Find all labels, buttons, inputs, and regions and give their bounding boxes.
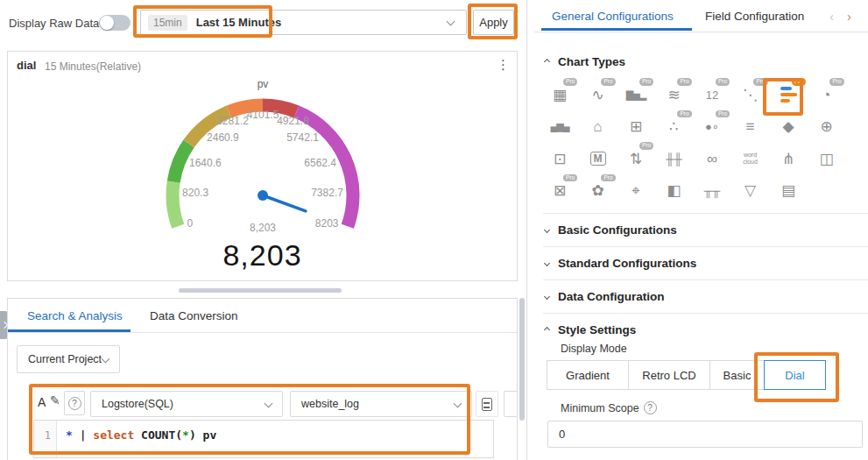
histogram-range-icon[interactable]: ╥╥ bbox=[697, 177, 727, 205]
bubble-chart-icon[interactable]: ●∘Pro bbox=[697, 113, 727, 141]
tab-search-analysis[interactable]: Search & Analysis bbox=[27, 309, 123, 322]
tab-scroll-left-icon[interactable]: ‹ bbox=[829, 9, 834, 24]
chevron-down-icon bbox=[265, 400, 273, 408]
icon-glyph: ▄▆▄ bbox=[550, 122, 568, 131]
svg-text:4921.8: 4921.8 bbox=[277, 115, 309, 127]
help-button[interactable]: ? bbox=[64, 391, 85, 415]
tab-divider bbox=[8, 332, 518, 333]
bar-chart-icon[interactable]: ▇▅▂Pro bbox=[621, 81, 651, 109]
word-cloud-icon[interactable]: word cloud bbox=[736, 145, 766, 173]
tab-data-conversion[interactable]: Data Conversion bbox=[150, 309, 238, 322]
help-icon[interactable]: ? bbox=[644, 401, 657, 414]
flow-diagram-icon[interactable]: ⋔ bbox=[773, 145, 803, 173]
world-map-icon[interactable]: ⊕ bbox=[812, 113, 842, 141]
scrollbar-thumb[interactable] bbox=[519, 298, 525, 421]
radar-chart-icon[interactable]: ⌂ bbox=[583, 113, 613, 141]
section-divider bbox=[543, 280, 868, 280]
mode-gradient-button[interactable]: Gradient bbox=[547, 360, 629, 390]
list-bars-icon[interactable]: ≡ bbox=[736, 113, 766, 141]
section-chart-types[interactable]: Chart Types bbox=[545, 55, 625, 68]
icon-glyph: ◔ bbox=[822, 88, 830, 103]
scatter-chart-icon[interactable]: ∴Pro bbox=[660, 113, 689, 141]
scatter-line-icon[interactable]: ⋱Pro bbox=[736, 81, 766, 109]
edit-pencil-icon[interactable]: ✎ bbox=[50, 393, 60, 407]
color-table-icon[interactable]: ▤ bbox=[773, 177, 803, 205]
card-title: dial bbox=[17, 59, 36, 72]
chart-type-grid: ▦Pro∿Pro▇▅▂Pro≋Pro12Pro⋱ProPro◔Pro▄▆▄⌂⊞∴… bbox=[545, 81, 850, 209]
pro-badge: Pro bbox=[716, 110, 730, 118]
dial-chart-card: dial 15 Minutes(Relative) ⋮ 0820.31640.6… bbox=[7, 51, 518, 281]
minimum-scope-text: Minimum Scope bbox=[561, 402, 639, 414]
section-data-configuration[interactable]: Data Configuration bbox=[545, 290, 665, 303]
display-raw-data-toggle[interactable] bbox=[99, 15, 131, 31]
sql-editor[interactable]: 1 * | select COUNT(*) pv bbox=[33, 420, 494, 458]
boxplot-icon[interactable]: ╫╫ bbox=[660, 145, 689, 173]
icon-glyph: ≡ bbox=[746, 119, 755, 134]
section-style-settings[interactable]: Style Settings bbox=[545, 323, 636, 336]
flow-chart-icon[interactable]: ≋Pro bbox=[660, 81, 689, 109]
funnel-chart-icon[interactable]: ▽ bbox=[736, 177, 766, 205]
table-chart-icon[interactable]: ▦Pro bbox=[545, 81, 575, 109]
more-tools-button[interactable] bbox=[504, 391, 518, 417]
treemap-icon[interactable]: ◧ bbox=[660, 177, 689, 205]
markdown-icon[interactable]: M bbox=[583, 145, 613, 173]
svg-text:4101.5: 4101.5 bbox=[247, 109, 279, 121]
icon-glyph: ⊞ bbox=[630, 119, 642, 134]
sql-token: select bbox=[93, 428, 134, 442]
section-label: Chart Types bbox=[558, 55, 625, 68]
histogram-icon[interactable]: ▄▆▄ bbox=[545, 113, 575, 141]
icon-glyph: ⌖ bbox=[632, 183, 640, 198]
progress-list-icon[interactable]: ⇅Pro bbox=[621, 145, 651, 173]
minimum-scope-label: Minimum Scope ? bbox=[561, 401, 657, 414]
tab-divider bbox=[534, 32, 868, 32]
line-chart-icon[interactable]: ∿Pro bbox=[583, 81, 613, 109]
icon-glyph: ◧ bbox=[667, 183, 681, 198]
mode-basic-button[interactable]: Basic bbox=[709, 360, 765, 390]
collapse-caret-icon bbox=[544, 327, 550, 333]
format-button[interactable]: A bbox=[38, 395, 46, 409]
icon-glyph: ∴ bbox=[669, 119, 679, 134]
pro-badge: Pro bbox=[716, 78, 730, 86]
minimum-scope-input[interactable] bbox=[547, 421, 863, 448]
sankey-icon[interactable]: ∞ bbox=[697, 145, 727, 173]
icon-glyph: ≋ bbox=[667, 88, 680, 103]
icon-glyph: ▇▅▂ bbox=[626, 90, 646, 100]
pro-badge: Pro bbox=[563, 78, 577, 86]
copy-sql-button[interactable] bbox=[476, 391, 498, 417]
tab-field-configuration[interactable]: Field Configuration bbox=[705, 10, 804, 23]
custom-image-icon[interactable]: ⊡ bbox=[545, 145, 575, 173]
china-map-icon[interactable]: ◆ bbox=[773, 113, 803, 141]
panel-resize-handle[interactable] bbox=[179, 288, 342, 293]
mode-dial-button[interactable]: Dial bbox=[764, 360, 826, 390]
selected-chart-bars bbox=[780, 87, 797, 103]
project-selector[interactable]: Current Project bbox=[17, 345, 120, 373]
pie-chart-icon[interactable]: ◔Pro bbox=[812, 81, 842, 109]
time-range-picker[interactable]: 15min Last 15 Minutes bbox=[140, 10, 467, 35]
bank-bars-icon[interactable]: ◫ bbox=[812, 145, 842, 173]
section-standard-configurations[interactable]: Standard Configurations bbox=[545, 257, 696, 270]
cross-table-icon[interactable]: ⊞ bbox=[621, 113, 651, 141]
single-value-icon[interactable]: 12Pro bbox=[697, 81, 727, 109]
map-pin-icon[interactable]: ⊠Pro bbox=[545, 177, 575, 205]
tab-scroll-right-icon[interactable]: › bbox=[847, 9, 851, 24]
mode-retro-lcd-button[interactable]: Retro LCD bbox=[628, 360, 710, 390]
sql-token: ) bbox=[189, 428, 203, 442]
icon-glyph: ⊠ bbox=[554, 183, 566, 198]
query-type-select[interactable]: Logstore(SQL) bbox=[90, 391, 283, 417]
section-divider bbox=[543, 213, 868, 214]
svg-text:1640.6: 1640.6 bbox=[189, 157, 222, 169]
pro-badge: Pro bbox=[601, 174, 615, 182]
logstore-select[interactable]: website_log bbox=[290, 391, 472, 417]
pro-badge: Pro bbox=[792, 78, 806, 86]
apply-button[interactable]: Apply bbox=[473, 10, 514, 35]
section-label: Standard Configurations bbox=[558, 257, 696, 270]
display-raw-data-label: Display Raw Data bbox=[9, 17, 99, 30]
location-path-icon[interactable]: ⌖ bbox=[621, 177, 651, 205]
tab-general-configurations[interactable]: General Configurations bbox=[552, 10, 674, 23]
kebab-menu-icon[interactable]: ⋮ bbox=[497, 57, 510, 73]
section-basic-configurations[interactable]: Basic Configurations bbox=[545, 223, 677, 237]
rose-chart-icon[interactable]: ✿Pro bbox=[583, 177, 613, 205]
chevron-down-icon bbox=[454, 400, 462, 408]
progress-bar-chart-icon[interactable]: Pro bbox=[773, 81, 803, 109]
time-range-label: Last 15 Minutes bbox=[196, 16, 282, 29]
